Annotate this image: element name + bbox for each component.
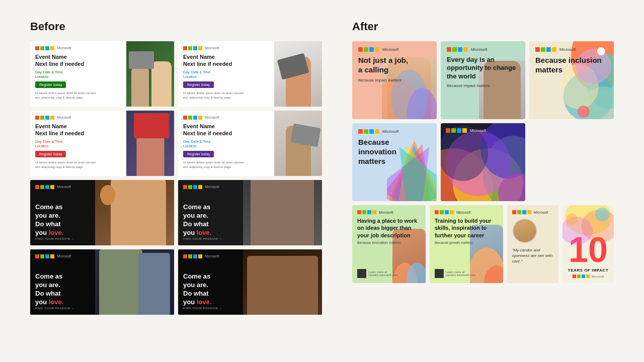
event-title-3: Event NameNext line if needed	[35, 123, 121, 137]
svg-point-33	[566, 214, 577, 225]
come-tagline-4: FIND YOUR PASSION →	[183, 307, 317, 310]
dark-card-2: Microsoft Come asyou are.Do whatyou love…	[178, 180, 322, 245]
workplace-headline: Having a place to work on ideas bigger t…	[357, 217, 421, 239]
after-card-job: Microsoft Not just a job,a calling Becau…	[352, 41, 437, 119]
job-subtext: Because impact matters	[358, 78, 431, 82]
event-photo-4	[274, 111, 322, 176]
before-grid: Microsoft Event NameNext line if needed …	[30, 41, 322, 315]
come-title-2: Come asyou are.Do whatyou love.	[183, 203, 317, 237]
after-card-inclusion: Microsoft Because inclusion matters	[529, 41, 614, 119]
job-headline: Not just a job,a calling	[358, 56, 431, 75]
workplace-subtext: Because innovation matters	[357, 241, 421, 244]
event-meta-2: Day, Date & TimeLocation	[183, 70, 269, 80]
after-title: After	[352, 20, 614, 33]
dark-card-1: Microsoft Come asyou are.Do whatyou love…	[30, 180, 174, 245]
event-title-4: Event NameNext line if needed	[183, 123, 269, 137]
after-card-innovation-text: Microsoft Becauseinnovationmatters	[352, 123, 437, 201]
dark-card-4: Microsoft Come asyou are.Do whatyou love…	[178, 249, 322, 315]
after-section: After Microsoft Not just a job,a calling…	[352, 20, 614, 315]
opportunity-headline: Every day is an opportunity to change th…	[447, 56, 519, 80]
after-card-opportunity: Microsoft Every day is an opportunity to…	[441, 41, 525, 119]
after-card-anniversary: 10 YEARS OF IMPACT Microsoft	[562, 205, 614, 283]
after-row2-spacer	[529, 123, 614, 201]
register-btn-2[interactable]: Register today	[183, 81, 214, 88]
ms-brand-text: Microsoft	[57, 46, 71, 50]
before-card-1: Microsoft Event NameNext line if needed …	[30, 41, 174, 107]
after-card-innovation-swirl: Microsoft	[441, 123, 525, 201]
come-tagline-1: FIND YOUR PASSION →	[35, 237, 169, 240]
event-body-4: Ut labore dolore ipsum dolor sit amet co…	[183, 160, 269, 169]
inclusion-headline: Because inclusion matters	[535, 56, 608, 75]
dark-card-3: Microsoft Come asyou are.Do whatyou love…	[30, 249, 174, 315]
quote-text: "My candor and openness are met with car…	[512, 247, 553, 264]
come-tagline-2: FIND YOUR PASSION →	[183, 237, 317, 240]
svg-point-10	[578, 106, 590, 118]
event-body-2: Ut labore dolore ipsum dolor sit amet co…	[183, 91, 269, 100]
event-meta-4: Day, Date & TimeLocation	[183, 139, 269, 149]
event-title-1: Event NameNext line if needed	[35, 53, 121, 68]
before-title: Before	[30, 20, 322, 33]
come-tagline-3: FIND YOUR PASSION →	[35, 307, 169, 310]
event-photo-3	[126, 111, 174, 176]
ms-brand-text-4: Microsoft	[205, 116, 219, 120]
after-card-training: Microsoft Training to build your skills,…	[430, 205, 503, 283]
after-card-workplace: Microsoft Having a place to work on idea…	[352, 205, 426, 283]
event-photo-2	[274, 41, 322, 107]
register-btn-3[interactable]: Register today	[35, 151, 66, 157]
ms-logo-dark1: Microsoft	[35, 185, 169, 189]
training-subtext: Because growth matters	[435, 241, 498, 244]
register-btn-1[interactable]: Register today	[35, 81, 66, 88]
opportunity-subtext: Because impact matters	[447, 83, 519, 88]
before-card-3: Microsoft Event NameNext line if needed …	[30, 111, 174, 176]
come-title-3: Come asyou are.Do whatyou love.	[35, 273, 169, 307]
ms-brand-text-2: Microsoft	[205, 46, 219, 50]
register-btn-4[interactable]: Register today	[183, 151, 214, 157]
come-title-1: Come asyou are.Do whatyou love.	[35, 203, 169, 237]
event-body-1: Ut labore dolore ipsum dolor sit amet co…	[35, 91, 121, 100]
before-card-4: Microsoft Event NameNext line if needed …	[178, 111, 322, 176]
innovation-text-headline: Becauseinnovationmatters	[358, 138, 431, 166]
event-title-2: Event NameNext line if needed	[183, 53, 269, 68]
after-card-quote: Microsoft "My candor and openness are me…	[507, 205, 558, 283]
event-meta-1: Day, Date & TimeLocation	[35, 70, 121, 80]
event-body-3: Ut labore dolore ipsum dolor sit amet co…	[35, 160, 121, 169]
ms-brand-text-3: Microsoft	[57, 116, 71, 120]
come-title-4: Come asyou are.Do whatyou love.	[183, 273, 317, 307]
event-meta-3: Day, Date & TimeLocation	[35, 139, 121, 149]
before-section: Before Microsoft Event NameNext line if …	[30, 20, 322, 315]
training-headline: Training to build your skills, inspirati…	[435, 217, 498, 239]
svg-point-32	[595, 208, 609, 222]
before-card-2: Microsoft Event NameNext line if needed …	[178, 41, 322, 107]
event-photo-1	[126, 41, 174, 107]
